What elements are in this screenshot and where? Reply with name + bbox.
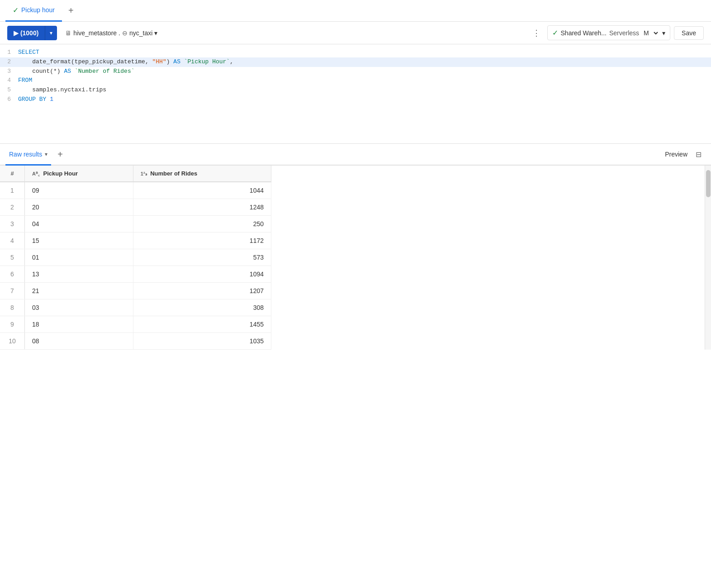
tab-label: Pickup hour [21,6,55,14]
row-num-cell: 2 [0,199,25,216]
more-options-button[interactable]: ⋮ [529,26,544,40]
table-row: 8 03 308 [0,299,271,316]
tab-check-icon: ✓ [13,6,19,14]
results-table: # Aᴮ꜀ Pickup Hour 1²₃ Number of Rides [0,166,271,350]
pickup-hour-cell: 03 [25,299,133,316]
table-row: 9 18 1455 [0,316,271,333]
save-button[interactable]: Save [674,26,704,40]
catalog-chevron-icon: ▾ [154,29,157,37]
code-line-4: 4 FROM [0,76,711,85]
add-result-tab-button[interactable]: + [53,147,67,161]
col-header-pickup-hour-label: Pickup Hour [43,170,78,177]
rides-cell: 1455 [133,316,271,333]
pickup-hour-cell: 01 [25,249,133,266]
warehouse-type: Serverless [609,29,639,37]
hive-label: hive_metastore [73,29,117,37]
rides-cell: 573 [133,249,271,266]
rides-cell: 1248 [133,199,271,216]
add-tab-button[interactable]: + [64,4,78,18]
table-row: 6 13 1094 [0,266,271,283]
line-number-3: 3 [0,67,18,76]
tab-bar: ✓ Pickup hour + [0,0,711,22]
results-tab-chevron-icon: ▾ [45,151,47,157]
layout-toggle-button[interactable]: ⊟ [691,147,706,161]
row-num-cell: 10 [0,333,25,350]
results-section: Raw results ▾ + Preview ⊟ # Aᴮ꜀ [0,144,711,350]
results-tab-bar: Raw results ▾ + Preview ⊟ [0,144,711,166]
table-row: 10 08 1035 [0,333,271,350]
line-number-6: 6 [0,95,18,104]
run-label: ▶ (1000) [14,29,38,37]
rides-cell: 1207 [133,283,271,299]
database-icon: 🖥 [65,29,71,37]
pickup-hour-cell: 08 [25,333,133,350]
pickup-hour-cell: 09 [25,182,133,199]
run-button[interactable]: ▶ (1000) [7,26,45,40]
toolbar: ▶ (1000) ▾ 🖥 hive_metastore . ⊖ nyc_taxi… [0,22,711,44]
table-row: 4 15 1172 [0,232,271,249]
tab-pickup-hour[interactable]: ✓ Pickup hour [5,0,62,22]
rides-cell: 250 [133,216,271,232]
table-row: 1 09 1044 [0,182,271,199]
row-num-cell: 7 [0,283,25,299]
code-content-5: samples.nyctaxi.trips [18,85,711,95]
table-row: 7 21 1207 [0,283,271,299]
row-num-cell: 5 [0,249,25,266]
results-table-wrapper[interactable]: # Aᴮ꜀ Pickup Hour 1²₃ Number of Rides [0,166,705,350]
db-icon: ⊖ [122,29,128,37]
rides-cell: 1035 [133,333,271,350]
warehouse-check-icon: ✓ [552,28,558,37]
warehouse-selector[interactable]: ✓ Shared Wareh... Serverless XS S M L XL… [547,25,671,40]
code-line-1: 1 SELECT [0,48,711,57]
run-dropdown-button[interactable]: ▾ [45,26,57,40]
string-type-icon: Aᴮ꜀ [32,171,40,176]
col-header-pickup-hour: Aᴮ꜀ Pickup Hour [25,166,133,182]
code-line-6: 6 GROUP BY 1 [0,95,711,104]
chevron-down-icon: ▾ [50,30,52,36]
db-label: nyc_taxi [129,29,152,37]
row-num-cell: 3 [0,216,25,232]
results-tab-raw[interactable]: Raw results ▾ [5,144,51,166]
preview-button[interactable]: Preview [661,148,691,161]
row-num-cell: 9 [0,316,25,333]
rides-cell: 308 [133,299,271,316]
table-row: 2 20 1248 [0,199,271,216]
code-content-6: GROUP BY 1 [18,95,711,104]
pickup-hour-cell: 21 [25,283,133,299]
col-header-rownum: # [0,166,25,182]
pickup-hour-cell: 15 [25,232,133,249]
rides-cell: 1094 [133,266,271,283]
dot-separator: . [118,29,120,37]
code-editor[interactable]: 1 SELECT 2 date_format(tpep_pickup_datet… [0,44,711,144]
col-header-num-rides: 1²₃ Number of Rides [133,166,271,182]
table-row: 3 04 250 [0,216,271,232]
row-num-cell: 8 [0,299,25,316]
line-number-4: 4 [0,76,18,85]
page-layout: ✓ Pickup hour + ▶ (1000) ▾ 🖥 hive_metast… [0,0,711,588]
vertical-scrollbar[interactable] [705,166,711,350]
scrollbar-thumb [706,170,711,197]
pickup-hour-cell: 20 [25,199,133,216]
results-table-area: # Aᴮ꜀ Pickup Hour 1²₃ Number of Rides [0,166,711,350]
table-row: 5 01 573 [0,249,271,266]
warehouse-name: Shared Wareh... [561,29,607,37]
rides-cell: 1044 [133,182,271,199]
warehouse-size-select[interactable]: XS S M L XL [642,29,659,37]
code-content-4: FROM [18,76,711,85]
warehouse-chevron-icon: ▾ [662,29,665,37]
pickup-hour-cell: 04 [25,216,133,232]
code-line-2: 2 date_format(tpep_pickup_datetime, "HH"… [0,57,711,67]
col-header-num-rides-label: Number of Rides [150,170,197,177]
line-number-5: 5 [0,85,18,95]
line-number-1: 1 [0,48,18,57]
code-line-3: 3 count(*) AS `Number of Rides` [0,67,711,76]
code-content-1: SELECT [18,48,711,57]
row-num-cell: 1 [0,182,25,199]
number-type-icon: 1²₃ [141,171,147,176]
catalog-selector[interactable]: 🖥 hive_metastore . ⊖ nyc_taxi ▾ [61,27,162,39]
line-number-2: 2 [0,57,18,67]
run-button-group: ▶ (1000) ▾ [7,26,57,40]
rides-cell: 1172 [133,232,271,249]
code-content-3: count(*) AS `Number of Rides` [18,67,711,76]
code-content-2: date_format(tpep_pickup_datetime, "HH") … [18,57,711,67]
